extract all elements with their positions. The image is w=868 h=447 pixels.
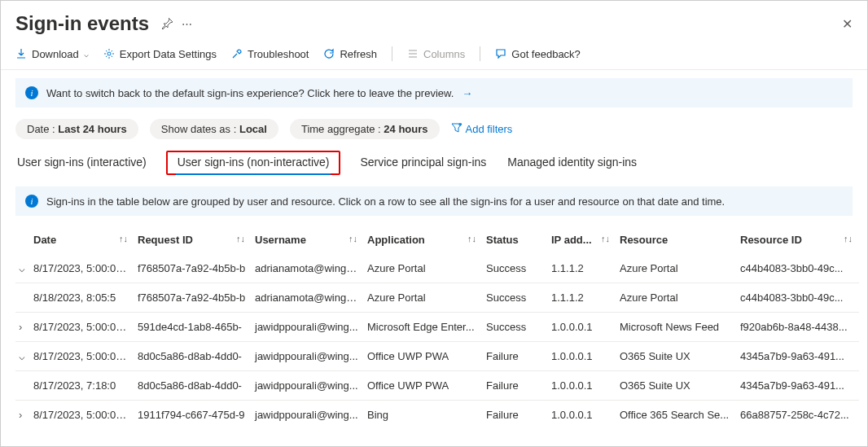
- arrow-right-icon: →: [462, 87, 472, 99]
- cell-ip: 1.0.0.0.1: [548, 371, 616, 401]
- columns-button: Columns: [407, 48, 465, 60]
- table-row[interactable]: ⌵8/17/2023, 5:00:00 Pf768507a-7a92-4b5b-…: [15, 254, 859, 283]
- cell-ip: 1.0.0.0.1: [548, 342, 616, 371]
- highlighted-tab: User sign-ins (non-interactive): [166, 151, 341, 175]
- col-resource[interactable]: Resource: [616, 226, 737, 254]
- pin-icon[interactable]: [160, 17, 173, 30]
- table-header-row: Date↑↓ Request ID↑↓ Username↑↓ Applicati…: [15, 226, 859, 254]
- chevron-icon: ⌵: [19, 350, 28, 362]
- cell-application: Bing: [364, 401, 483, 430]
- filter-date[interactable]: Date : Last 24 hours: [15, 119, 138, 139]
- chevron-icon: ›: [19, 409, 28, 421]
- columns-label: Columns: [423, 48, 465, 60]
- cell-application: Office UWP PWA: [364, 371, 483, 401]
- filter-icon: [451, 122, 462, 136]
- cell-ip: 1.0.0.0.1: [548, 401, 616, 430]
- close-icon[interactable]: ✕: [842, 16, 853, 32]
- table-row[interactable]: ⌵8/17/2023, 5:00:00 P8d0c5a86-d8ab-4dd0-…: [15, 342, 859, 371]
- svg-point-0: [107, 52, 111, 55]
- tabs: User sign-ins (interactive) User sign-in…: [1, 147, 867, 175]
- filter-show-dates[interactable]: Show dates as : Local: [150, 119, 278, 139]
- expand-toggle[interactable]: [15, 283, 30, 313]
- col-status[interactable]: Status: [483, 226, 548, 254]
- columns-icon: [407, 48, 419, 59]
- col-request-label: Request ID: [138, 234, 193, 246]
- cell-application: Azure Portal: [364, 283, 483, 313]
- cell-resource-id: f920ab6b-8a48-4438...: [737, 313, 859, 342]
- filter-date-label: Date :: [27, 123, 58, 135]
- table-row[interactable]: ›8/17/2023, 5:00:00 P591de4cd-1ab8-465b-…: [15, 313, 859, 342]
- cell-request-id: 8d0c5a86-d8ab-4dd0-: [134, 342, 252, 371]
- feedback-button[interactable]: Got feedback?: [495, 48, 581, 60]
- download-icon: [15, 48, 27, 59]
- col-res-label: Resource: [620, 234, 668, 246]
- tab-managed-identity[interactable]: Managed identity sign-ins: [506, 151, 638, 175]
- cell-status: Success: [483, 254, 548, 283]
- expand-toggle[interactable]: [15, 371, 30, 401]
- cell-application: Microsoft Edge Enter...: [364, 313, 483, 342]
- troubleshoot-button[interactable]: Troubleshoot: [231, 48, 309, 60]
- cell-resource: Microsoft News Feed: [616, 313, 737, 342]
- cell-resource-id: 4345a7b9-9a63-491...: [737, 342, 859, 371]
- cell-ip: 1.1.1.2: [548, 283, 616, 313]
- refresh-button[interactable]: Refresh: [323, 48, 377, 60]
- page-title: Sign-in events: [15, 12, 149, 35]
- table-row[interactable]: ›8/17/2023, 5:00:00 P1911f794-c667-475d-…: [15, 401, 859, 430]
- wrench-icon: [231, 48, 243, 59]
- col-ip[interactable]: IP add...↑↓: [548, 226, 616, 254]
- cell-date: 8/17/2023, 5:00:00 P: [30, 313, 134, 342]
- info-icon: i: [25, 86, 38, 99]
- filter-show-label: Show dates as :: [161, 123, 239, 135]
- cell-resource: Azure Portal: [616, 254, 737, 283]
- sort-icon: ↑↓: [119, 234, 128, 243]
- sort-icon: ↑↓: [601, 234, 610, 243]
- preview-banner[interactable]: i Want to switch back to the default sig…: [15, 78, 853, 107]
- signins-table: Date↑↓ Request ID↑↓ Username↑↓ Applicati…: [15, 226, 859, 429]
- cell-resource: O365 Suite UX: [616, 371, 737, 401]
- cell-request-id: f768507a-7a92-4b5b-b: [134, 254, 252, 283]
- col-username[interactable]: Username↑↓: [252, 226, 364, 254]
- sort-icon: ↑↓: [467, 234, 476, 243]
- cell-resource-id: 66a88757-258c-4c72...: [737, 401, 859, 430]
- cell-application: Azure Portal: [364, 254, 483, 283]
- page-header: Sign-in events ⋯ ✕: [1, 1, 867, 42]
- cell-date: 8/17/2023, 5:00:00 P: [30, 342, 134, 371]
- filter-time-aggregate[interactable]: Time aggregate : 24 hours: [290, 119, 440, 139]
- expand-toggle[interactable]: ›: [15, 401, 30, 430]
- refresh-icon: [323, 48, 335, 59]
- col-username-label: Username: [255, 234, 306, 246]
- cell-status: Success: [483, 313, 548, 342]
- more-icon[interactable]: ⋯: [182, 18, 192, 30]
- chevron-down-icon: ⌵: [84, 50, 89, 59]
- add-filter-button[interactable]: Add filters: [451, 122, 513, 136]
- troubleshoot-label: Troubleshoot: [248, 48, 309, 60]
- expand-toggle[interactable]: ⌵: [15, 254, 30, 283]
- tab-interactive[interactable]: User sign-ins (interactive): [15, 151, 148, 175]
- col-resid-label: Resource ID: [740, 234, 802, 246]
- col-request-id[interactable]: Request ID↑↓: [134, 226, 252, 254]
- table-row[interactable]: 8/18/2023, 8:05:5f768507a-7a92-4b5b-badr…: [15, 283, 859, 313]
- cell-request-id: 591de4cd-1ab8-465b-: [134, 313, 252, 342]
- export-button[interactable]: Export Data Settings: [103, 48, 217, 60]
- cell-request-id: 1911f794-c667-475d-9: [134, 401, 252, 430]
- grouping-info-text: Sign-ins in the table below are grouped …: [46, 195, 725, 208]
- cell-status: Failure: [483, 371, 548, 401]
- col-application[interactable]: Application↑↓: [364, 226, 483, 254]
- expand-toggle[interactable]: ›: [15, 313, 30, 342]
- col-date[interactable]: Date↑↓: [30, 226, 134, 254]
- expand-toggle[interactable]: ⌵: [15, 342, 30, 371]
- download-button[interactable]: Download ⌵: [15, 48, 89, 60]
- table-row[interactable]: 8/17/2023, 7:18:08d0c5a86-d8ab-4dd0-jawi…: [15, 371, 859, 401]
- tab-non-interactive[interactable]: User sign-ins (non-interactive): [176, 151, 331, 175]
- tab-service-principal[interactable]: Service principal sign-ins: [358, 151, 488, 175]
- col-ip-label: IP add...: [551, 234, 592, 246]
- feedback-label: Got feedback?: [511, 48, 581, 60]
- cell-username: jawidppourali@wing...: [252, 371, 364, 401]
- cell-resource: O365 Suite UX: [616, 342, 737, 371]
- col-resource-id[interactable]: Resource ID↑↓: [737, 226, 859, 254]
- col-expand: [15, 226, 30, 254]
- grouping-info-banner: i Sign-ins in the table below are groupe…: [15, 186, 853, 216]
- cell-username: adrianamota@wingti...: [252, 254, 364, 283]
- col-status-label: Status: [486, 234, 519, 246]
- toolbar-divider: [480, 46, 480, 61]
